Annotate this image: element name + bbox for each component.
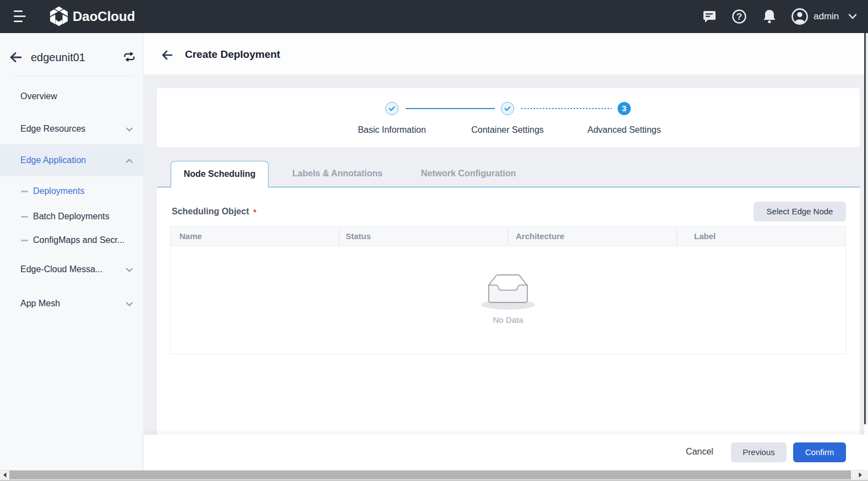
svg-text:?: ? (736, 12, 742, 22)
